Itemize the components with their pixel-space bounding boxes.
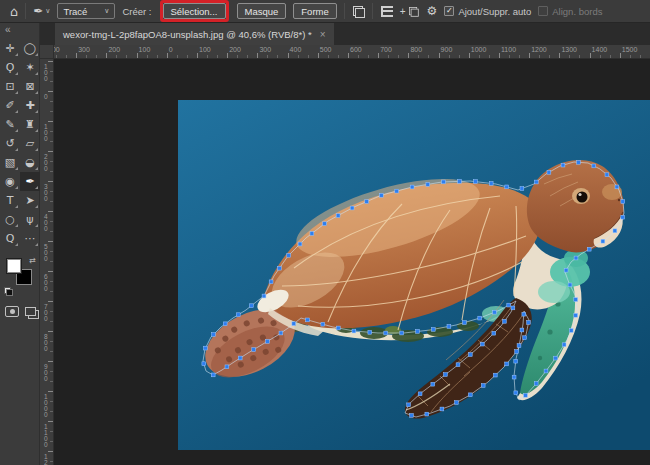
path-anchor[interactable] (456, 363, 460, 367)
path-anchor[interactable] (321, 322, 325, 326)
path-anchor[interactable] (514, 359, 518, 363)
path-anchor[interactable] (574, 256, 578, 260)
path-anchor[interactable] (601, 239, 605, 243)
path-anchor[interactable] (431, 328, 435, 332)
path-anchor[interactable] (562, 343, 566, 347)
path-anchor[interactable] (407, 403, 411, 407)
path-anchor[interactable] (522, 312, 526, 316)
path-anchor[interactable] (493, 310, 497, 314)
path-anchor[interactable] (250, 304, 254, 308)
tool-spot-healing[interactable]: ✚ (20, 96, 40, 115)
path-anchor[interactable] (615, 185, 619, 189)
path-anchor[interactable] (547, 170, 551, 174)
path-anchor[interactable] (442, 180, 446, 184)
path-anchor[interactable] (474, 180, 478, 184)
path-anchor[interactable] (292, 322, 296, 326)
tool-dodge[interactable]: ◉ (0, 172, 20, 191)
path-anchor[interactable] (236, 313, 240, 317)
mask-button[interactable]: Masque (237, 3, 287, 19)
path-anchor[interactable] (455, 401, 459, 405)
path-anchor[interactable] (323, 222, 327, 226)
tool-gradient[interactable]: ▧ (0, 153, 20, 172)
tool-clone-stamp[interactable]: ♜ (20, 115, 40, 134)
path-anchor[interactable] (564, 268, 568, 272)
path-anchor[interactable] (613, 229, 617, 233)
path-anchor[interactable] (202, 362, 206, 366)
tool-ellipse-shape[interactable]: ○ (0, 210, 20, 229)
path-anchor[interactable] (534, 382, 538, 386)
path-anchor[interactable] (523, 336, 527, 340)
path-anchor[interactable] (561, 163, 565, 167)
document-tab[interactable]: wexor-tmg-L-2p8fapOA8-unsplash.jpg @ 40,… (55, 23, 334, 45)
path-anchor[interactable] (527, 321, 531, 325)
tool-blur[interactable]: ◒ (20, 153, 40, 172)
path-anchor[interactable] (410, 185, 414, 189)
path-anchor[interactable] (587, 247, 591, 251)
path-anchor[interactable] (517, 344, 521, 348)
path-anchor[interactable] (515, 350, 519, 354)
tool-zoom[interactable]: Q (0, 229, 20, 248)
tool-eraser[interactable]: ▱ (20, 134, 40, 153)
path-anchor[interactable] (505, 362, 509, 366)
path-anchor[interactable] (400, 331, 404, 335)
path-anchor[interactable] (481, 384, 485, 388)
path-anchor[interactable] (520, 187, 524, 191)
tool-crop[interactable]: ⊡ (0, 77, 20, 96)
path-anchor[interactable] (569, 329, 573, 333)
path-anchor[interactable] (238, 356, 242, 360)
path-anchor[interactable] (440, 407, 444, 411)
path-anchor[interactable] (287, 253, 291, 257)
path-anchor[interactable] (480, 342, 484, 346)
screen-mode-icon[interactable] (25, 307, 36, 316)
collapse-panel-button[interactable]: « (0, 23, 39, 35)
foreground-color-swatch[interactable] (6, 258, 22, 274)
tool-hand[interactable]: ψ (20, 210, 40, 229)
path-anchor[interactable] (368, 330, 372, 334)
path-anchor[interactable] (310, 232, 314, 236)
quick-mask-icon[interactable] (5, 306, 19, 317)
path-anchor[interactable] (384, 331, 388, 335)
path-mode-select[interactable]: Tracé ∨ (57, 3, 115, 19)
path-anchor[interactable] (395, 189, 399, 193)
path-anchor[interactable] (605, 173, 609, 177)
path-anchor[interactable] (544, 369, 548, 373)
path-arrangement-icon[interactable]: + (400, 5, 420, 18)
path-anchor[interactable] (503, 319, 507, 323)
path-anchor[interactable] (514, 391, 518, 395)
path-anchor[interactable] (511, 306, 515, 310)
tool-frame[interactable]: ⊠ (20, 77, 40, 96)
close-icon[interactable]: × (320, 29, 326, 40)
tool-move[interactable]: ✛ (0, 39, 20, 58)
home-icon[interactable]: ⌂ (10, 5, 18, 18)
path-anchor[interactable] (621, 215, 625, 219)
tool-eyedropper[interactable]: ✐ (0, 96, 20, 115)
path-anchor[interactable] (269, 280, 273, 284)
path-anchor[interactable] (524, 393, 528, 397)
path-anchor[interactable] (350, 206, 354, 210)
path-anchor[interactable] (379, 193, 383, 197)
path-anchor[interactable] (416, 330, 420, 334)
path-anchor[interactable] (577, 160, 581, 164)
path-anchor[interactable] (262, 294, 266, 298)
path-anchor[interactable] (489, 182, 493, 186)
path-anchor[interactable] (278, 266, 282, 270)
path-anchor[interactable] (336, 214, 340, 218)
path-anchor[interactable] (298, 242, 302, 246)
path-anchor[interactable] (336, 326, 340, 330)
path-anchor[interactable] (444, 373, 448, 377)
path-anchor[interactable] (458, 180, 462, 184)
shape-button[interactable]: Forme (293, 3, 336, 19)
path-anchor[interactable] (447, 325, 451, 329)
path-anchor[interactable] (492, 331, 496, 335)
path-anchor[interactable] (410, 414, 414, 418)
tool-brush[interactable]: ✎ (0, 115, 20, 134)
path-anchor[interactable] (306, 318, 310, 322)
path-anchor[interactable] (418, 392, 422, 396)
default-colors-icon[interactable] (4, 287, 13, 296)
path-anchor[interactable] (431, 382, 435, 386)
path-operations-icon[interactable] (352, 5, 365, 18)
path-anchor[interactable] (365, 200, 369, 204)
path-anchor[interactable] (568, 283, 572, 287)
selection-button[interactable]: Sélection... (163, 3, 226, 19)
checkbox-checked-icon[interactable]: ✓ (444, 6, 454, 16)
